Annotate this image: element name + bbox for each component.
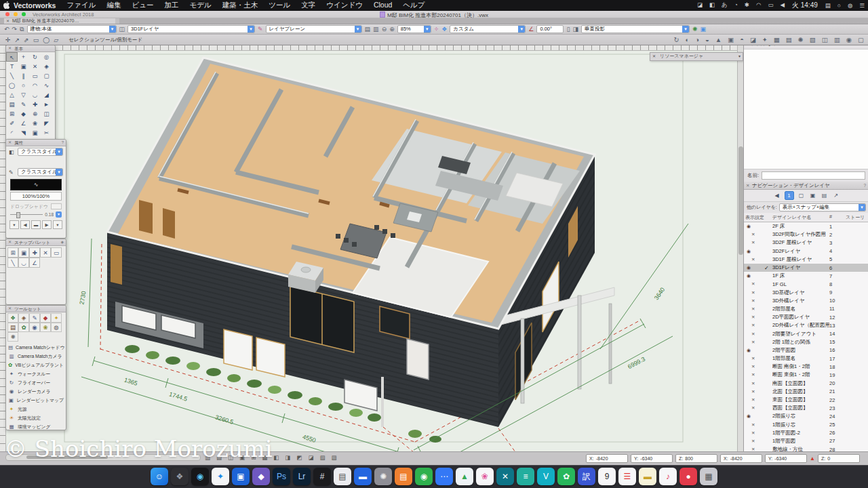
layer-name[interactable]: 2階部屋名: [772, 306, 829, 312]
layer-visibility-icon[interactable]: [745, 232, 764, 237]
toolset-category-icon[interactable]: ◍: [51, 323, 62, 332]
attributes-palette-header[interactable]: ✕ 属性 ?: [6, 140, 66, 146]
status-icon[interactable]: ◔: [731, 1, 741, 9]
layer-name[interactable]: 断面 南側1・2階: [772, 363, 829, 370]
layer-row[interactable]: 北面【立面図】 21: [744, 388, 868, 396]
pen-style-select[interactable]: クラススタイル: [18, 168, 63, 176]
snap-palette[interactable]: ✕ スナップパレット ◈ ⊞▣✚✕▭╲◡∠: [5, 239, 66, 305]
toolset-category-icon[interactable]: ✿: [18, 323, 29, 332]
menu-item[interactable]: ウインドウ: [321, 1, 368, 10]
tool-icon[interactable]: +: [18, 52, 29, 62]
layer-visibility-icon[interactable]: [745, 224, 764, 229]
tool-icon[interactable]: ○: [18, 81, 29, 90]
tool-icon[interactable]: ∥: [18, 71, 29, 81]
layer-visibility-icon[interactable]: [745, 298, 764, 304]
tool-icon[interactable]: ⊕: [29, 109, 41, 119]
menu-item[interactable]: 建築・土木: [217, 1, 264, 10]
navigation-tool-icon[interactable]: ↗: [832, 192, 840, 199]
snap-icon[interactable]: ◡: [18, 258, 29, 268]
zoom-in-icon[interactable]: ⊕: [389, 26, 395, 33]
layer-visibility-icon[interactable]: [745, 265, 764, 270]
view-mode-icon[interactable]: ▧: [810, 36, 816, 43]
layer-name[interactable]: 1階部屋名: [772, 355, 829, 362]
toolset-category-icon[interactable]: ◉: [29, 323, 40, 332]
shadow-slider-thumb[interactable]: [16, 212, 20, 218]
layer-row[interactable]: 断面 東側1・2階 19: [744, 371, 868, 379]
slider-options-button[interactable]: ▾: [56, 211, 62, 218]
dock-app-icon[interactable]: ❖: [171, 468, 189, 485]
palette-close-icon[interactable]: ✕: [8, 45, 12, 52]
toolset-item[interactable]: ▥ Camera Matchカメラ: [6, 352, 66, 361]
layer-visibility-icon[interactable]: [745, 249, 764, 254]
mode-tool-icon[interactable]: ✛: [5, 37, 11, 43]
layer-visibility-icon[interactable]: [745, 356, 764, 361]
layers-icon[interactable]: ▤: [365, 26, 371, 33]
dock-app-icon[interactable]: ▦: [700, 468, 717, 485]
dock-app-icon[interactable]: ▤: [395, 468, 412, 485]
tool-icon[interactable]: ◆: [18, 109, 29, 119]
resource-manager-palette[interactable]: ✕ リソースマネージャ ▾: [650, 52, 743, 61]
layer-row[interactable]: 2階 1階との関係 15: [744, 338, 868, 346]
dock-app-icon[interactable]: ☺: [151, 468, 168, 485]
layer-visibility-icon[interactable]: [745, 364, 764, 369]
dock-app-icon[interactable]: ▣: [232, 468, 250, 485]
status-icon[interactable]: あ: [718, 1, 731, 9]
layer-row[interactable]: 1階平面図-2 26: [744, 429, 868, 437]
window-titlebar[interactable]: Vectorworks Architect 2018 M邸 BIM化 推進本部2…: [0, 11, 868, 18]
tool-icon[interactable]: ◎: [41, 52, 52, 62]
layer-name[interactable]: 3D2F間取レイヤ作図用: [772, 231, 829, 238]
mode-tool-icon[interactable]: ▭: [33, 37, 39, 43]
toolset-item[interactable]: ▤ Camera Matchシャドウ: [6, 343, 66, 352]
view-mode-icon[interactable]: ▣: [728, 36, 734, 43]
layer-visibility-icon[interactable]: [745, 348, 764, 353]
status-icon[interactable]: ◀: [776, 1, 788, 9]
tool-icon[interactable]: ✎: [18, 100, 29, 109]
layer-visibility-icon[interactable]: [745, 281, 764, 287]
dock-app-icon[interactable]: ❀: [476, 468, 494, 485]
toolset-item[interactable]: ✿ VBビジュアルプラント: [6, 361, 66, 369]
tool-icon[interactable]: ↖: [6, 52, 18, 62]
layer-row[interactable]: 3D2F 屋根レイヤ 3: [744, 239, 868, 247]
marker-button[interactable]: ▾: [53, 220, 62, 229]
basic-palette-header[interactable]: ✕ 基本: [6, 45, 55, 52]
zoom-level-select[interactable]: 85%: [397, 25, 431, 33]
palette-close-icon[interactable]: ✕: [746, 182, 749, 189]
dock-app-icon[interactable]: 訳: [578, 468, 595, 485]
bottom-view-icon[interactable]: ◨: [285, 454, 290, 461]
tool-icon[interactable]: ✂: [41, 128, 52, 138]
tool-icon[interactable]: ▭: [29, 71, 41, 81]
status-icon[interactable]: ○: [834, 2, 844, 9]
layer-visibility-icon[interactable]: [745, 422, 764, 428]
navigation-tool-icon[interactable]: ◀: [773, 192, 781, 199]
dock-app-icon[interactable]: ✺: [374, 468, 392, 485]
menu-item[interactable]: ツール: [263, 1, 296, 10]
layer-visibility-icon[interactable]: [745, 397, 764, 403]
column-story[interactable]: ストーリ: [846, 214, 867, 221]
tool-icon[interactable]: ✐: [6, 119, 18, 128]
tool-icon[interactable]: ◥: [18, 128, 29, 138]
name-field[interactable]: [762, 171, 865, 180]
layer-row[interactable]: 3D2Fレイヤ 4: [744, 247, 868, 256]
dock-app-icon[interactable]: ⋯: [435, 468, 453, 485]
dock-app-icon[interactable]: ◆: [252, 468, 270, 485]
tool-icon[interactable]: ◤: [41, 119, 52, 128]
tool-icon[interactable]: ◡: [29, 90, 41, 100]
toolset-item[interactable]: ↻ フライオーバー: [6, 378, 66, 387]
view-mode-icon[interactable]: ▥: [834, 36, 840, 43]
navigation-palette[interactable]: ✕ ナビゲーション・デザインレイヤ ? ◀1▢▣▤↗ 他のレイヤを: 表示+スナ…: [744, 182, 868, 464]
toolset-category-icon[interactable]: ✦: [51, 313, 62, 323]
layer-row[interactable]: 2階平面図 16: [744, 346, 868, 354]
tool-icon[interactable]: ✕: [29, 62, 41, 71]
elevation-view-button[interactable]: ◨: [572, 26, 578, 33]
dock-app-icon[interactable]: Lr: [293, 468, 311, 485]
palette-close-icon[interactable]: ✕: [8, 140, 12, 146]
layer-name[interactable]: 3D外構レイヤ: [772, 298, 829, 304]
palette-pin-icon[interactable]: ◈: [60, 239, 64, 245]
layer-visibility-icon[interactable]: [745, 240, 764, 245]
dock-app-icon[interactable]: ♪: [659, 468, 677, 485]
layer-name[interactable]: 3D基礎レイヤ: [772, 289, 829, 296]
layer-row[interactable]: 東面【立面図】 22: [744, 396, 868, 404]
layer-row[interactable]: 南面【立面図】 20: [744, 380, 868, 388]
tool-icon[interactable]: ►: [41, 100, 52, 109]
vscroll-thumb[interactable]: [738, 146, 743, 255]
